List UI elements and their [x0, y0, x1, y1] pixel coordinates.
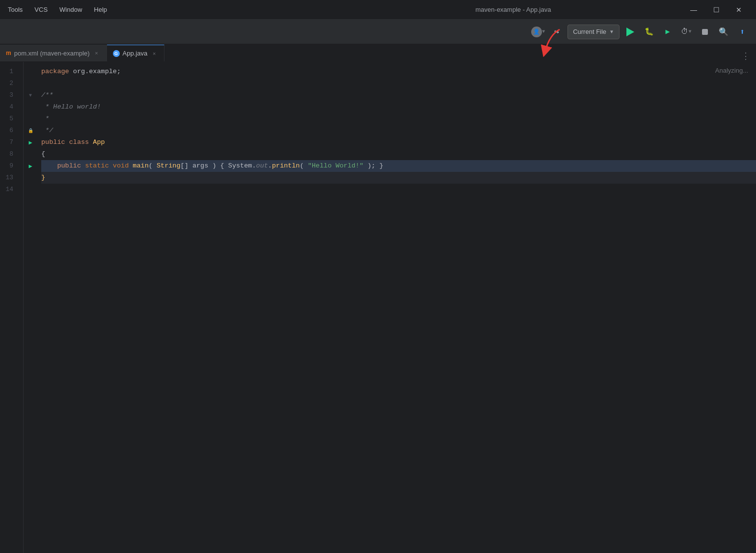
bug-icon: 🐛: [645, 27, 654, 36]
gutter-1: [24, 66, 37, 78]
play-icon: [626, 28, 634, 36]
param-args: args: [192, 160, 208, 172]
code-line-3: /**: [41, 89, 756, 101]
close-button[interactable]: ✕: [728, 0, 750, 20]
gutter: ▼ 🔒 ▶ ▶: [24, 62, 37, 553]
maximize-button[interactable]: ☐: [705, 0, 728, 20]
gutter-14: [24, 184, 37, 195]
analyzing-text: Analyzing...: [715, 67, 748, 74]
profile-button[interactable]: ⏱ ▼: [678, 24, 694, 40]
comment-line-4: * Hello world!: [41, 101, 101, 113]
gutter-6: 🔒: [24, 125, 37, 137]
menu-window[interactable]: Window: [57, 5, 84, 14]
code-line-4: * Hello world!: [41, 101, 756, 113]
keyword-public-9: public: [57, 160, 81, 172]
update-icon: ⬆: [740, 27, 745, 37]
tab-pom-xml[interactable]: m pom.xml (maven-example) ×: [0, 45, 107, 61]
run-button[interactable]: [622, 24, 638, 40]
tab-pom-close[interactable]: ×: [93, 49, 101, 57]
line-num-13: 13: [0, 172, 17, 184]
stop-icon: [702, 29, 708, 35]
line-num-7: 7: [0, 137, 17, 148]
gutter-4: [24, 101, 37, 113]
package-name: org.example: [73, 66, 117, 78]
editor-area: 1 2 3 4 5 6 7 8 9 13 14 ▼ 🔒 ▶ ▶ Anal: [0, 62, 756, 553]
menu-bar: Tools VCS Window Help: [6, 5, 344, 14]
dropdown-arrow-icon: ▼: [609, 29, 614, 34]
line-num-1: 1: [0, 66, 17, 78]
timer-icon: ⏱: [681, 28, 688, 36]
fold-icon-3[interactable]: ▼: [29, 93, 32, 98]
line-num-8: 8: [0, 148, 17, 160]
line-num-9: 9: [0, 160, 17, 172]
code-line-1: package org.example;: [41, 66, 756, 78]
line-num-3: 3: [0, 89, 17, 101]
code-line-2: [41, 78, 756, 89]
gutter-5: [24, 113, 37, 125]
maven-icon: m: [6, 50, 11, 56]
window-controls: — ☐ ✕: [682, 0, 750, 20]
keyword-class: class: [69, 137, 89, 148]
update-button[interactable]: ⬆: [734, 24, 750, 40]
undo-icon: ↩: [554, 27, 559, 37]
minimize-button[interactable]: —: [682, 0, 705, 20]
keyword-public-7: public: [41, 137, 65, 148]
run-gutter-9[interactable]: ▶: [28, 163, 32, 170]
code-line-14: [41, 184, 756, 195]
system-out: System.: [228, 160, 256, 172]
debug-button[interactable]: 🐛: [641, 24, 657, 40]
tab-app-label: App.java: [123, 50, 148, 57]
undo-button[interactable]: ↩: [549, 24, 565, 40]
title-bar: Tools VCS Window Help maven-example - Ap…: [0, 0, 756, 20]
toolbar: 👤 ▼ ↩ Current File ▼ 🐛 ▶ ⏱ ▼ 🔍 ⬆: [0, 20, 756, 44]
type-string: String: [157, 160, 181, 172]
line-numbers: 1 2 3 4 5 6 7 8 9 13 14: [0, 62, 24, 553]
tab-app-close[interactable]: ×: [150, 50, 158, 57]
comment-close: */: [41, 125, 53, 137]
code-line-7: public class App: [41, 137, 756, 148]
menu-help[interactable]: Help: [92, 5, 109, 14]
search-icon: 🔍: [719, 27, 729, 37]
gutter-9: ▶: [24, 160, 37, 172]
code-line-9: public static void main( String[] args )…: [41, 160, 756, 172]
current-file-button[interactable]: Current File ▼: [567, 25, 620, 39]
menu-vcs[interactable]: VCS: [32, 5, 50, 14]
search-button[interactable]: 🔍: [716, 24, 731, 40]
keyword-void: void: [113, 160, 129, 172]
class-name: App: [93, 137, 105, 148]
stop-button[interactable]: [697, 24, 713, 40]
gutter-13: [24, 172, 37, 184]
tab-app-java[interactable]: G App.java ×: [107, 45, 165, 61]
line-num-14: 14: [0, 184, 17, 195]
code-line-8: {: [41, 148, 756, 160]
code-line-5: *: [41, 113, 756, 125]
gutter-2: [24, 78, 37, 89]
menu-tools[interactable]: Tools: [6, 5, 25, 14]
out-italic: out: [256, 160, 268, 172]
coverage-button[interactable]: ▶: [660, 24, 675, 40]
line-num-4: 4: [0, 101, 17, 113]
keyword-package: package: [41, 66, 69, 78]
tabs-bar: m pom.xml (maven-example) × G App.java ×…: [0, 44, 756, 62]
tabs-more-button[interactable]: ⋮: [739, 51, 752, 61]
fold-icon-6[interactable]: 🔒: [28, 128, 33, 134]
line-num-2: 2: [0, 78, 17, 89]
brace-close-brace: }: [41, 172, 45, 184]
current-file-label: Current File: [573, 28, 606, 35]
code-line-6: */: [41, 125, 756, 137]
guava-icon: G: [113, 50, 120, 57]
code-area[interactable]: Analyzing... package org.example; /** * …: [37, 62, 756, 553]
comment-line-5: *: [41, 113, 49, 125]
method-println: println: [272, 160, 300, 172]
line-num-5: 5: [0, 113, 17, 125]
comment-open: /**: [41, 89, 53, 101]
keyword-static: static: [85, 160, 109, 172]
tab-pom-label: pom.xml (maven-example): [14, 50, 90, 57]
gutter-7: ▶: [24, 137, 37, 148]
avatar-button[interactable]: 👤 ▼: [530, 24, 546, 40]
run-gutter-7[interactable]: ▶: [28, 139, 32, 146]
coverage-icon: ▶: [665, 27, 670, 36]
gutter-3: ▼: [24, 89, 37, 101]
brace-open: {: [41, 148, 45, 160]
line-num-6: 6: [0, 125, 17, 137]
